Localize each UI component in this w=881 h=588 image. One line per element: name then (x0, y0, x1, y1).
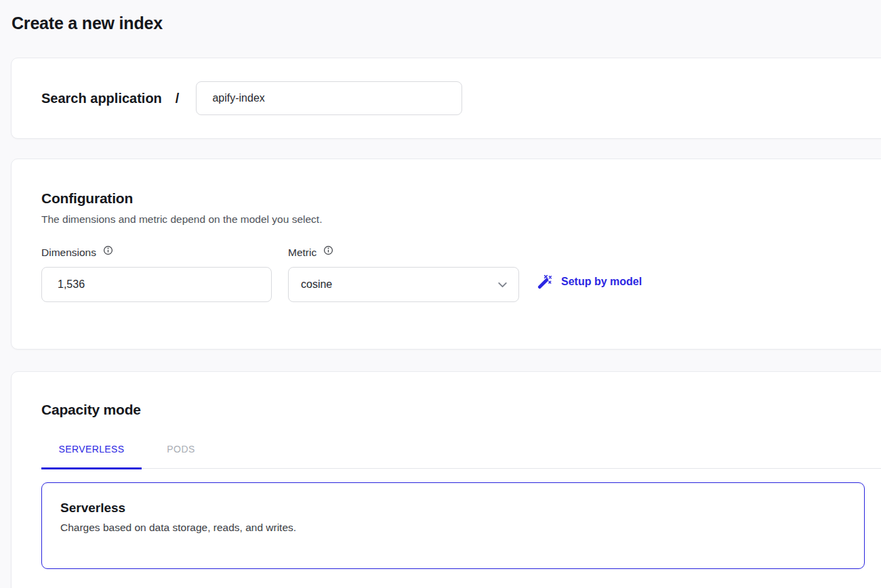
serverless-option-description: Charges based on data storage, reads, an… (60, 522, 864, 534)
create-index-page: Create a new index Search application / … (0, 0, 881, 588)
path-separator: / (176, 91, 180, 106)
page-title: Create a new index (12, 14, 163, 33)
metric-selected-value: cosine (301, 278, 332, 291)
capacity-mode-title: Capacity mode (41, 402, 881, 418)
chevron-down-icon (495, 278, 510, 292)
configuration-subtitle: The dimensions and metric depend on the … (41, 213, 881, 226)
dimensions-label-row: Dimensions (41, 247, 272, 260)
configuration-card: Configuration The dimensions and metric … (11, 159, 881, 350)
tab-serverless[interactable]: SERVERLESS (41, 438, 142, 469)
serverless-option-title: Serverless (60, 501, 864, 516)
tab-pods[interactable]: PODS (154, 438, 208, 468)
dimensions-label: Dimensions (41, 247, 96, 259)
setup-by-model-link[interactable]: Setup by model (537, 274, 642, 289)
capacity-mode-card: Capacity mode SERVERLESS PODS Serverless… (11, 371, 881, 588)
serverless-option-card[interactable]: Serverless Charges based on data storage… (41, 482, 865, 569)
dimensions-input[interactable] (41, 267, 272, 302)
magic-wand-icon (537, 274, 553, 289)
capacity-tabs: SERVERLESS PODS (41, 438, 881, 469)
search-application-label: Search application (41, 91, 162, 106)
metric-label-row: Metric (288, 247, 519, 260)
metric-select[interactable]: cosine (288, 267, 519, 302)
index-name-input[interactable] (196, 81, 462, 115)
info-icon[interactable] (103, 245, 113, 255)
metric-label: Metric (288, 247, 316, 259)
dimensions-field-group: Dimensions (41, 247, 272, 302)
search-application-row: Search application / (12, 58, 881, 138)
setup-by-model-label: Setup by model (561, 276, 642, 288)
configuration-title: Configuration (41, 190, 881, 207)
configuration-inner: Configuration The dimensions and metric … (12, 159, 881, 302)
info-icon[interactable] (323, 245, 333, 255)
metric-field-group: Metric cosine (288, 247, 519, 302)
configuration-fields-row: Dimensions Metric (41, 247, 881, 302)
search-application-card: Search application / (11, 58, 881, 139)
capacity-inner: Capacity mode SERVERLESS PODS Serverless… (12, 372, 881, 569)
